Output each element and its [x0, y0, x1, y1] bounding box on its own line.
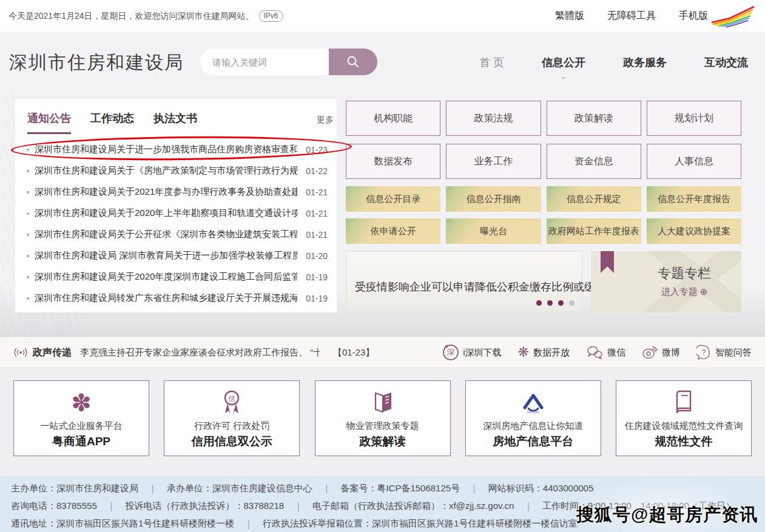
card-yueshangtong[interactable]: ✽ 一站式企业服务平台 粤商通APP [13, 380, 149, 456]
news-item[interactable]: 深圳市住房和建设局关于进一步加强我市商品住房购房资格审查和... 01-23 [24, 139, 328, 160]
news-item-title: 深圳市住房和建设局关于进一步加强我市商品住房购房资格审查和... [35, 144, 297, 155]
footer-text: 主办单位：深圳市住房和建设局 [11, 483, 138, 493]
card-credit-info[interactable]: 信 行政许可 行政处罚 信用信息双公示 [164, 380, 300, 456]
bullet-icon [27, 297, 29, 300]
nav-item[interactable]: 首 页 ⌄ [479, 55, 504, 70]
news-item[interactable]: 深圳市住房和建设局关于2021年度参与办理行政事务及协助查处建... 01-21 [24, 181, 328, 203]
bullet-icon [27, 191, 29, 194]
card-realestate-platform[interactable]: sjfangwui 深圳房地产信息让你知道 房地产信息平台 [465, 380, 601, 456]
weibo-icon [642, 345, 658, 360]
info-grid-item[interactable]: 人大建议政协提案 [647, 218, 741, 244]
news-item[interactable]: 深圳市住房和建设局关于《房地产政策制定与市场管理行政行为规... 01-22 [24, 160, 328, 181]
carousel-dot[interactable] [536, 300, 542, 306]
card-normative-documents[interactable]: 住房建设领域规范性文件查询 规范性文件 [616, 380, 752, 456]
enter-special-label: 进入专题 [661, 286, 698, 297]
nav-item-label: 信息公开 [542, 56, 585, 69]
info-grid-item[interactable]: 人事信息 [647, 144, 741, 179]
news-item-title: 深圳市住房和建设局关于2020年上半年勘察项目和轨道交通设计项... [35, 207, 297, 219]
quick-links: 深 i深圳下载 ❋ 数据开放 微信 [443, 345, 752, 360]
search-icon [346, 55, 360, 69]
news-item-date: 01-20 [306, 251, 328, 261]
wechat-icon [586, 345, 603, 360]
info-grid-item[interactable]: 业务工作 [446, 144, 541, 179]
plus-circle-icon: ⊕ [700, 286, 708, 297]
carousel-dot[interactable] [558, 300, 564, 306]
bullet-icon [27, 276, 29, 278]
shenzhen-city-logo[interactable] [708, 4, 757, 29]
card-title: 房地产信息平台 [466, 434, 601, 450]
news-item-date: 01-21 [306, 187, 328, 197]
search-input[interactable] [200, 49, 329, 75]
footer-text: 通讯地址：深圳市福田区振兴路1号住建科研楼附楼一楼 [11, 518, 234, 528]
info-grid-item[interactable]: 机构职能 [346, 101, 440, 136]
site-title: 深圳市住房和建设局 [9, 50, 184, 75]
info-grid-item[interactable]: 资金信息 [547, 144, 641, 179]
info-grid-item[interactable]: 依申请公开 [346, 218, 440, 244]
nav-item-label: 政务服务 [623, 56, 667, 69]
banner-text: 受疫情影响企业可以申请降低公积金缴存比例或缓缴 [355, 280, 606, 294]
quicklink-ishenzhen[interactable]: 深 i深圳下载 [443, 345, 501, 360]
news-item-date: 01-21 [306, 230, 328, 240]
info-grid-item[interactable]: 政府网站工作年度报表 [547, 218, 641, 244]
card-subtitle: 一站式企业服务平台 [14, 420, 149, 432]
info-grid-item[interactable]: 信息公开规定 [547, 186, 641, 212]
news-item[interactable]: 深圳市住房和建设局 深圳市教育局关于进一步加强学校装修工程质... 01-20 [24, 245, 328, 266]
footer-text: 承办单位：深圳市住房建设信息中心 [138, 483, 312, 493]
info-grid-item[interactable]: 数据发布 [346, 144, 440, 179]
more-link[interactable]: 更多 [317, 115, 334, 126]
quicklink-data-open[interactable]: ❋ 数据开放 [518, 345, 570, 360]
special-column-panel[interactable]: 专题专栏 进入专题 ⊕ [591, 251, 741, 312]
page: 今天是2021年1月24日，星期日，欢迎您访问深圳市住建局网站。 IPv6 繁體… [0, 0, 765, 532]
nav-item[interactable]: 政务服务 ⌄ [623, 55, 667, 70]
quicklink-weibo[interactable]: 微博 [642, 345, 680, 360]
book-icon [672, 390, 695, 416]
news-item-date: 01-19 [306, 272, 328, 282]
news-tab[interactable]: 通知公告 [27, 111, 71, 134]
news-item-title: 深圳市住房和建设局关于《房地产政策制定与市场管理行政行为规... [35, 165, 297, 177]
cards-section: ✽ 一站式企业服务平台 粤商通APP 信 行政许可 行政处罚 信用信息双公示 [0, 369, 765, 476]
top-link[interactable]: 手机版 [679, 10, 708, 22]
chevron-down-icon: ⌄ [561, 72, 567, 81]
nav-item[interactable]: 信息公开 ⌄ [542, 55, 585, 70]
quicklink-wechat[interactable]: 微信 [586, 345, 625, 360]
quicklink-smart-qa[interactable]: ? 智能问答 [696, 345, 752, 360]
top-link[interactable]: 繁體版 [555, 10, 584, 22]
info-grid-item[interactable]: 政策解读 [547, 101, 641, 136]
enter-special-link[interactable]: 进入专题 ⊕ [627, 286, 741, 298]
quicklink-label: 智能问答 [715, 347, 752, 359]
info-grid-item[interactable]: 政策法规 [446, 101, 541, 136]
svg-text:信: 信 [229, 395, 235, 402]
main-nav: 首 页 ⌄ 信息公开 ⌄ 政务服务 ⌄ 互动交流 ⌄ [479, 55, 748, 70]
quicklink-label: 数据开放 [533, 347, 570, 359]
news-item[interactable]: 深圳市住房和建设局关于2020年上半年勘察项目和轨道交通设计项... 01-21 [24, 203, 328, 224]
info-grid-item[interactable]: 信息公开年度报告 [647, 186, 741, 212]
info-grid-item[interactable]: 规划计划 [647, 101, 741, 136]
news-item[interactable]: 深圳市住房和建设局转发广东省住房和城乡建设厅关于开展违规海... 01-19 [24, 288, 328, 309]
card-subtitle: 住房建设领域规范性文件查询 [616, 420, 751, 432]
carousel-dot[interactable] [569, 300, 575, 306]
top-link[interactable]: 无障碍工具 [607, 10, 656, 22]
card-title: 政策解读 [315, 434, 450, 450]
info-grid-item[interactable]: 曝光台 [446, 218, 541, 244]
info-grid-plain: 机构职能政策法规政策解读规划计划数据发布业务工作资金信息人事信息 [346, 101, 741, 179]
card-policy-interpretation[interactable]: 物业管理政策专题 政策解读 [315, 380, 451, 456]
voice-headline[interactable]: 李克强主持召开专家企业家座谈会征求对政府工作报告、 “十四五” ... [80, 347, 320, 359]
ipv6-badge[interactable]: IPv6 [259, 10, 283, 22]
medal-icon: 信 [220, 389, 244, 417]
news-tab[interactable]: 执法文书 [153, 111, 197, 134]
info-grid-item[interactable]: 信息公开指南 [446, 186, 541, 212]
realestate-logo: sjfangwui [519, 391, 548, 415]
news-item[interactable]: 深圳市住房和建设局关于公开征求《深圳市各类物业建筑安装工程... 01-21 [24, 224, 328, 245]
voice-label: 政声传递 [33, 346, 72, 359]
carousel-banner[interactable]: 受疫情影响企业可以申请降低公积金缴存比例或缓缴 [346, 251, 582, 312]
carousel-dot[interactable] [547, 300, 553, 306]
news-tab[interactable]: 工作动态 [90, 111, 134, 134]
search-button[interactable] [329, 49, 377, 75]
i-shenzhen-icon: 深 [443, 345, 459, 360]
header: 深圳市住房和建设局 首 页 ⌄ 信息公开 ⌄ [0, 33, 765, 92]
news-item-title: 深圳市住房和建设局关于2020年度深圳市建设工程施工合同后监管... [35, 271, 297, 283]
carousel-dots [536, 300, 575, 306]
info-grid-item[interactable]: 信息公开目录 [346, 186, 440, 212]
news-item[interactable]: 深圳市住房和建设局关于2020年度深圳市建设工程施工合同后监管... 01-19 [24, 266, 328, 288]
nav-item[interactable]: 互动交流 ⌄ [704, 55, 748, 70]
